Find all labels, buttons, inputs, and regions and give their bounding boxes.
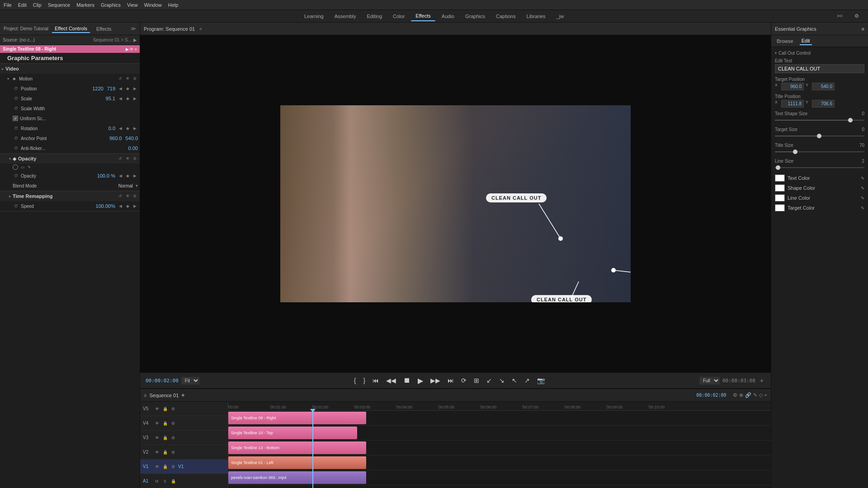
menu-graphics[interactable]: Graphics [101,2,121,8]
blend-mode-dropdown-icon[interactable]: ▾ [136,183,138,188]
opacity-value[interactable]: 100.0 % [97,173,115,178]
step-back-btn[interactable]: ◀◀ [384,377,398,384]
scale-value[interactable]: 95.1 [106,96,115,101]
motion-eye-icon[interactable]: 👁 [124,75,131,82]
anchor-point-row[interactable]: ⏱ Anchor Point 960.0 540.0 [0,133,140,143]
go-to-in-btn[interactable]: ⏮ [371,377,381,384]
speed-prev-icon[interactable]: ◀ [117,203,123,209]
line-color-edit-icon[interactable]: ✎ [861,196,864,201]
text-color-swatch[interactable] [775,174,785,182]
position-add-icon[interactable]: ◆ [124,85,131,92]
position-y-value[interactable]: 719 [107,86,115,91]
scale-prev-icon[interactable]: ◀ [117,95,123,102]
v3-lock-btn[interactable]: 🔒 [162,435,168,441]
speed-row[interactable]: ⏱ Speed 100.00% ◀ ◆ ▶ [0,201,140,211]
position-prev-icon[interactable]: ◀ [117,85,123,92]
motion-row[interactable]: ▾ ◆ Motion ↺ 👁 ⚙ [0,74,140,84]
position-x-value[interactable]: 1220 [92,86,103,91]
stop-btn[interactable]: ⏹ [401,376,412,385]
menu-edit[interactable]: Edit [18,2,27,8]
anchor-x-value[interactable]: 960.0 [109,136,122,141]
time-remap-settings-icon[interactable]: ⚙ [132,193,138,199]
v1-lock-btn[interactable]: 🔒 [162,464,168,470]
scale-add-icon[interactable]: ◆ [124,95,131,102]
rotation-value[interactable]: 0.0 [108,126,115,131]
opacity-next-icon[interactable]: ▶ [132,173,138,179]
tab-learning[interactable]: Learning [300,12,328,21]
target-x-input[interactable] [781,83,804,90]
v4-settings-btn[interactable]: ⚙ [170,420,176,427]
blend-mode-row[interactable]: Blend Mode Normal ▾ [0,181,140,191]
tab-color[interactable]: Color [388,12,409,21]
menu-sequence[interactable]: Sequence [48,2,71,8]
scale-width-stopwatch-icon[interactable]: ⏱ [13,105,19,112]
opacity-section-header[interactable]: ▾ ◆ Opacity ↺ 👁 ⚙ [0,154,140,164]
timeline-edit-icon[interactable]: ✎ [753,392,757,398]
panel-tab-effect-controls[interactable]: Effect Controls [52,25,90,33]
go-to-out-btn[interactable]: ⏭ [446,377,456,384]
mark-out-btn[interactable]: } [361,377,367,384]
opacity-stopwatch-icon[interactable]: ⏱ [13,173,19,179]
text-color-row[interactable]: Text Color ✎ [775,174,864,182]
clip-v3[interactable]: Single Textline 13 - Bottom [228,441,366,454]
loop-btn[interactable]: ⟳ [459,377,468,384]
rotation-prev-icon[interactable]: ◀ [117,125,123,131]
scale-width-row[interactable]: ⏱ Scale Width [0,103,140,113]
clip-controls[interactable]: ▶ ⟳ × [126,47,137,52]
add-button[interactable]: + [758,377,765,384]
settings-icon[interactable]: ⚙ [850,11,863,21]
opacity-add-icon[interactable]: ◆ [124,173,131,179]
anti-flicker-stopwatch-icon[interactable]: ⏱ [13,145,19,151]
opacity-value-row[interactable]: ⏱ Opacity 100.0 % ◀ ◆ ▶ [0,171,140,181]
menu-view[interactable]: View [127,2,138,8]
shape-color-edit-icon[interactable]: ✎ [861,186,864,191]
text-shape-size-slider[interactable] [775,117,864,123]
shape-color-swatch[interactable] [775,184,785,192]
menu-markers[interactable]: Markers [76,2,94,8]
time-remap-header[interactable]: ▸ Time Remapping ↺ 👁 ⚙ [0,191,140,201]
playhead[interactable] [312,411,313,488]
line-color-swatch[interactable] [775,194,785,202]
timeline-link-icon[interactable]: 🔗 [745,392,751,398]
rotation-next-icon[interactable]: ▶ [132,125,138,131]
timeline-wrench-icon[interactable]: ⚙ [733,392,737,398]
timeline-marker-icon[interactable]: ◇ [759,392,763,398]
text-shape-size-thumb[interactable] [848,118,853,122]
a1-s-btn[interactable]: S [162,478,168,484]
tab-graphics[interactable]: Graphics [461,12,490,21]
v5-settings-btn[interactable]: ⚙ [170,406,176,412]
v2-lock-btn[interactable]: 🔒 [162,449,168,455]
timeline-magnet-icon[interactable]: ⊕ [739,392,743,398]
tab-assembly[interactable]: Assembly [330,12,361,21]
speed-next-icon[interactable]: ▶ [132,203,138,209]
step-fwd-btn[interactable]: ▶▶ [429,377,442,384]
motion-reset-icon[interactable]: ↺ [117,75,123,82]
v3-settings-btn[interactable]: ⚙ [170,435,176,441]
anti-flicker-row[interactable]: ⏱ Anti-flicker... 0.00 [0,143,140,153]
speed-stopwatch-icon[interactable]: ⏱ [13,203,19,209]
tab-audio[interactable]: Audio [437,12,459,21]
line-color-row[interactable]: Line Color ✎ [775,194,864,202]
speed-add-icon[interactable]: ◆ [124,203,131,209]
v1-settings-btn[interactable]: ⚙ [170,464,176,470]
full-select[interactable]: Full [699,377,720,385]
title-y-input[interactable] [812,100,835,108]
motion-keyframe-icon[interactable]: ◆ [11,75,17,82]
target-color-swatch[interactable] [775,204,785,211]
target-color-row[interactable]: Target Color ✎ [775,204,864,211]
line-size-thumb[interactable] [776,165,780,170]
shape-color-row[interactable]: Shape Color ✎ [775,184,864,192]
v1-eye-btn[interactable]: 👁 [154,464,160,470]
expand-icon[interactable]: ▶ [133,38,137,42]
tab-libraries[interactable]: Libraries [522,12,550,21]
opacity-eye-icon[interactable]: 👁 [124,155,131,162]
anchor-stopwatch-icon[interactable]: ⏱ [13,135,19,141]
text-color-edit-icon[interactable]: ✎ [861,176,864,181]
opacity-reset-icon[interactable]: ↺ [117,155,123,162]
motion-settings-icon[interactable]: ⚙ [132,75,138,82]
lift-btn[interactable]: ↖ [510,377,519,384]
scale-stopwatch-icon[interactable]: ⏱ [13,95,19,102]
panel-more-btn[interactable]: ≫ [131,26,136,32]
position-row[interactable]: ⏱ Position 1220 719 ◀ ◆ ▶ [0,84,140,94]
target-size-thumb[interactable] [817,134,821,138]
